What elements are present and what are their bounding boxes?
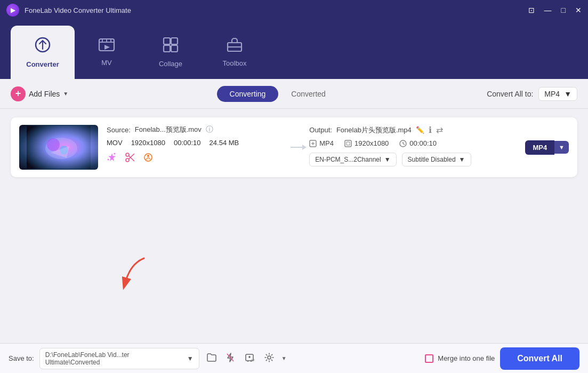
add-files-button[interactable]: + Add Files ▼ — [11, 86, 68, 101]
file-card: Source: Fonelab...预览版.mov ⓘ MOV 1920x108… — [11, 117, 577, 177]
toolbar: + Add Files ▼ Converting Converted Conve… — [0, 79, 588, 109]
audio-dropdown-arrow: ▼ — [384, 156, 391, 163]
video-thumbnail — [19, 125, 98, 170]
tab-mv[interactable]: MV — [75, 26, 139, 79]
svg-marker-27 — [302, 145, 307, 150]
output-filename: Fonelab片头预览版.mp4 — [336, 125, 412, 135]
collage-icon — [163, 37, 179, 57]
output-line: Output: Fonelab片头预览版.mp4 ✏️ ℹ ⇄ — [309, 125, 517, 135]
merge-group: Merge into one file — [425, 354, 495, 363]
add-icon: + — [11, 86, 26, 101]
audio-track-label: EN-PCM_S...2Channel — [315, 156, 381, 163]
app-title: FoneLab Video Converter Ultimate — [25, 6, 528, 14]
svg-marker-6 — [104, 45, 110, 50]
bottom-bar: Save to: D:\FoneLab\FoneLab Vid...ter Ul… — [0, 343, 588, 373]
svg-rect-7 — [164, 38, 170, 44]
merge-checkbox[interactable] — [425, 354, 433, 363]
file-actions — [107, 152, 279, 165]
converted-tab[interactable]: Converted — [278, 86, 339, 102]
flash-off-button[interactable] — [224, 351, 237, 367]
maximize-button[interactable]: □ — [561, 6, 566, 14]
add-dropdown-arrow[interactable]: ▼ — [63, 91, 68, 97]
resolution-label: 1920x1080 — [131, 139, 165, 147]
window-controls: ⊡ — □ ✕ — [528, 6, 582, 14]
output-label: Output: — [309, 126, 332, 134]
effects-button[interactable] — [107, 152, 117, 165]
conversion-arrow — [288, 142, 309, 153]
mv-icon — [98, 38, 115, 55]
cut-button[interactable] — [125, 152, 135, 165]
minimize-button[interactable]: — — [544, 6, 552, 14]
annotation-arrow — [115, 253, 157, 296]
output-info: Output: Fonelab片头预览版.mp4 ✏️ ℹ ⇄ MP4 1920… — [309, 125, 517, 166]
svg-point-21 — [126, 153, 129, 156]
output-format-label: MP4 — [319, 139, 334, 147]
output-meta: MP4 1920x1080 00:00:10 — [309, 139, 517, 147]
svg-point-25 — [147, 155, 149, 157]
tab-converter[interactable]: Converter — [11, 26, 75, 79]
settings-dropdown-arrow[interactable]: ▼ — [281, 355, 287, 361]
tab-toolbox[interactable]: Toolbox — [203, 26, 267, 79]
subtitle-selector[interactable]: Subtitle Disabled ▼ — [402, 153, 471, 166]
svg-rect-9 — [164, 45, 170, 52]
subtitle-dropdown-arrow: ▼ — [459, 156, 465, 163]
svg-text:OFF: OFF — [251, 359, 255, 362]
app-icon: ▶ — [6, 4, 19, 17]
output-resolution-label: 1920x1080 — [355, 139, 389, 147]
format-label: MOV — [107, 139, 123, 147]
svg-point-20 — [126, 158, 129, 162]
svg-line-34 — [403, 144, 405, 145]
close-button[interactable]: ✕ — [575, 6, 582, 14]
toolbox-tab-label: Toolbox — [223, 59, 247, 67]
svg-point-18 — [114, 153, 116, 155]
save-path-display: D:\FoneLab\FoneLab Vid...ter Ultimate\Co… — [39, 348, 199, 369]
tab-collage[interactable]: Collage — [139, 26, 203, 79]
converter-icon — [34, 36, 51, 57]
collage-tab-label: Collage — [159, 60, 182, 68]
source-info-icon[interactable]: ⓘ — [206, 125, 213, 134]
file-info: Source: Fonelab...预览版.mov ⓘ MOV 1920x108… — [98, 125, 288, 165]
audio-track-selector[interactable]: EN-PCM_S...2Channel ▼ — [309, 153, 396, 166]
title-bar: ▶ FoneLab Video Converter Ultimate ⊡ — □… — [0, 0, 588, 20]
converter-tab-label: Converter — [26, 60, 59, 68]
svg-point-15 — [47, 138, 60, 151]
size-label: 24.54 MB — [210, 139, 239, 147]
save-path-text: D:\FoneLab\FoneLab Vid...ter Ultimate\Co… — [45, 351, 184, 366]
hardware-accel-button[interactable]: OFF — [242, 351, 257, 367]
main-content: Source: Fonelab...预览版.mov ⓘ MOV 1920x108… — [0, 109, 588, 373]
converting-tab[interactable]: Converting — [217, 86, 279, 102]
merge-label: Merge into one file — [438, 354, 495, 362]
add-files-label: Add Files — [29, 90, 60, 98]
output-format-item: MP4 — [309, 139, 334, 147]
source-filename: Fonelab...预览版.mov — [135, 125, 202, 134]
file-meta: MOV 1920x1080 00:00:10 24.54 MB — [107, 139, 279, 147]
mv-tab-label: MV — [101, 59, 112, 67]
output-info-button[interactable]: ℹ — [429, 125, 432, 135]
format-badge-dropdown[interactable]: ▼ — [554, 141, 569, 154]
settings-button[interactable] — [262, 351, 276, 367]
format-selector[interactable]: MP4 ▼ — [538, 87, 577, 101]
format-badge-container: MP4 ▼ — [525, 140, 569, 155]
subtitle-label: Subtitle Disabled — [408, 156, 456, 163]
svg-rect-8 — [171, 38, 178, 44]
output-selectors: EN-PCM_S...2Channel ▼ Subtitle Disabled … — [309, 153, 517, 166]
output-duration-item: 00:00:10 — [399, 139, 437, 147]
selected-format: MP4 — [544, 90, 560, 98]
folder-button[interactable] — [205, 351, 219, 366]
duration-label: 00:00:10 — [174, 139, 201, 147]
svg-point-19 — [108, 159, 109, 161]
format-badge: MP4 — [525, 140, 554, 155]
nav-bar: Converter MV — [0, 20, 588, 79]
swap-button[interactable]: ⇄ — [436, 125, 443, 135]
format-dropdown-arrow: ▼ — [564, 90, 571, 98]
output-resolution-item: 1920x1080 — [344, 139, 389, 147]
save-path-arrow: ▼ — [187, 355, 194, 362]
edit-output-icon[interactable]: ✏️ — [416, 126, 424, 134]
source-label: Source: — [107, 126, 131, 134]
convert-all-button[interactable]: Convert All — [500, 347, 579, 370]
source-line: Source: Fonelab...预览版.mov ⓘ — [107, 125, 279, 134]
svg-rect-10 — [171, 45, 178, 52]
captions-button[interactable]: ⊡ — [528, 6, 535, 14]
color-button[interactable] — [143, 152, 154, 165]
toolbox-icon — [227, 37, 243, 56]
